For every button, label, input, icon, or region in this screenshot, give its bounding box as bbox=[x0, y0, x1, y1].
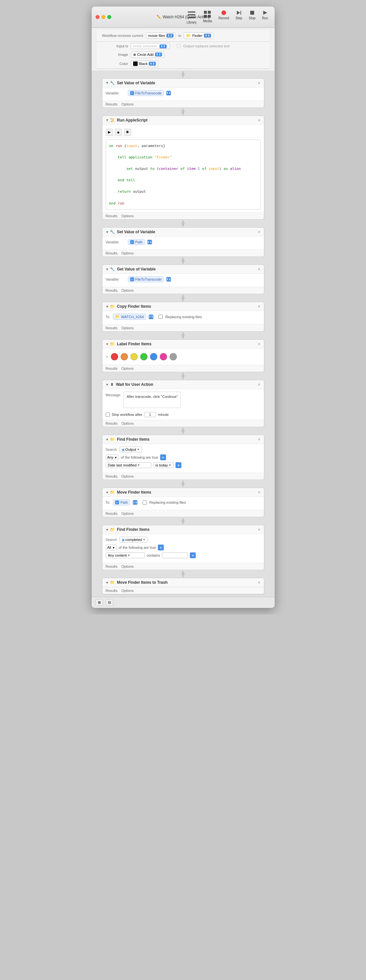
color-gray[interactable] bbox=[170, 353, 177, 360]
block10-add-row[interactable]: + bbox=[190, 552, 196, 558]
block9-path-dropdown[interactable]: ⬆⬇ bbox=[133, 500, 137, 505]
finder-select[interactable]: 📁 Finder ⬆⬇ bbox=[184, 32, 213, 39]
block9-options-tab[interactable]: Options bbox=[121, 512, 134, 515]
block5-folder-dropdown[interactable]: ⬆⬇ bbox=[149, 315, 153, 319]
block4-icon: 🔧 bbox=[110, 267, 115, 272]
block11-chevron[interactable]: ▼ bbox=[106, 581, 109, 584]
color-yellow[interactable] bbox=[130, 353, 138, 360]
block9-replacing-checkbox[interactable] bbox=[143, 500, 147, 505]
block6-chevron[interactable]: ▼ bbox=[106, 342, 109, 346]
block1-var-dropdown[interactable]: ⬆⬇ bbox=[166, 91, 171, 95]
image-select[interactable]: ⊕ Circle Add ⬆⬇ bbox=[131, 52, 165, 58]
input-is-field[interactable]: entire selection ⬆⬇ bbox=[131, 43, 170, 49]
block7-close[interactable]: × bbox=[258, 382, 260, 387]
block6-options-tab[interactable]: Options bbox=[121, 366, 134, 371]
block4-close[interactable]: × bbox=[258, 267, 260, 272]
color-blue[interactable] bbox=[150, 353, 157, 360]
block7-message-area[interactable]: After transcode, click "Continue" bbox=[124, 392, 181, 408]
block7-results-tab[interactable]: Results bbox=[106, 422, 118, 425]
block1-variable-chip[interactable]: V FileToTranscode bbox=[128, 90, 164, 96]
block9-chevron[interactable]: ▼ bbox=[106, 491, 109, 494]
block8-chevron[interactable]: ▼ bbox=[106, 438, 109, 441]
remove-action-btn[interactable]: ⊟ bbox=[106, 599, 113, 606]
step-button[interactable]: Step bbox=[233, 9, 245, 25]
color-select[interactable]: Black ⬆⬇ bbox=[131, 60, 158, 67]
block4-chevron[interactable]: ▼ bbox=[106, 267, 109, 271]
block11-close[interactable]: × bbox=[258, 580, 260, 585]
block10-chevron[interactable]: ▼ bbox=[106, 528, 109, 531]
as-run-btn[interactable]: ▶ bbox=[106, 129, 113, 136]
block10-results-tab[interactable]: Results bbox=[106, 565, 118, 568]
block8-close[interactable]: × bbox=[258, 437, 260, 442]
block5-results-tab[interactable]: Results bbox=[106, 326, 118, 330]
block8-condition-value[interactable]: is today ▼ bbox=[153, 462, 174, 468]
block8-add-row[interactable]: + bbox=[176, 462, 181, 468]
block3-results-tab[interactable]: Results bbox=[106, 251, 118, 255]
block8-search-select[interactable]: ▣ Output ▼ bbox=[119, 447, 142, 452]
block10-condition-field[interactable]: Any content ▼ bbox=[106, 552, 145, 558]
block5-chevron[interactable]: ▼ bbox=[106, 305, 109, 309]
close-button[interactable] bbox=[95, 15, 100, 19]
maximize-button[interactable] bbox=[107, 15, 111, 19]
as-compile-btn[interactable]: ✱ bbox=[124, 129, 131, 136]
block1-options-tab[interactable]: Options bbox=[121, 102, 134, 106]
block3-options-tab[interactable]: Options bbox=[121, 251, 134, 255]
block10-search-select[interactable]: ▣ completed ▼ bbox=[119, 537, 148, 542]
block8-options-tab[interactable]: Options bbox=[121, 474, 134, 478]
block2-results-tab[interactable]: Results bbox=[106, 214, 118, 218]
block10-add-condition[interactable]: + bbox=[158, 544, 164, 550]
block3-var-dropdown[interactable]: ⬆⬇ bbox=[147, 240, 152, 244]
block6-results-tab[interactable]: Results bbox=[106, 366, 118, 371]
block8-add-condition[interactable]: + bbox=[160, 454, 166, 460]
block6-close[interactable]: × bbox=[258, 342, 260, 346]
input-is-label: Input is bbox=[102, 44, 128, 48]
block7-options-tab[interactable]: Options bbox=[121, 422, 134, 425]
block2-options-tab[interactable]: Options bbox=[121, 214, 134, 218]
record-button[interactable]: Record bbox=[216, 9, 231, 25]
no-color-option[interactable]: × bbox=[106, 354, 108, 360]
block5-replacing-checkbox[interactable] bbox=[158, 315, 163, 319]
add-action-btn[interactable]: ⊞ bbox=[95, 599, 103, 606]
block2-close[interactable]: × bbox=[258, 118, 260, 123]
color-orange[interactable] bbox=[121, 353, 128, 360]
block7-chevron[interactable]: ▼ bbox=[106, 383, 109, 387]
block4-var-dropdown[interactable]: ⬆⬇ bbox=[166, 277, 171, 282]
color-green[interactable] bbox=[140, 353, 147, 360]
output-replaces-checkbox[interactable] bbox=[176, 44, 181, 48]
block10-condition-value-field[interactable] bbox=[162, 552, 188, 558]
color-red[interactable] bbox=[111, 353, 118, 360]
as-stop-btn[interactable]: ■ bbox=[115, 129, 122, 136]
block11-results-tab[interactable]: Results bbox=[106, 589, 118, 593]
minimize-button[interactable] bbox=[101, 15, 105, 19]
block4-options-tab[interactable]: Options bbox=[121, 288, 134, 293]
block4-variable-chip[interactable]: V FileToTranscode bbox=[128, 276, 164, 282]
block1-close[interactable]: × bbox=[258, 81, 260, 85]
block5-options-tab[interactable]: Options bbox=[121, 326, 134, 330]
block7-stop-checkbox[interactable] bbox=[106, 412, 110, 417]
block10-all-select[interactable]: All ▼ bbox=[106, 544, 117, 550]
block9-results-tab[interactable]: Results bbox=[106, 512, 118, 515]
block9-close[interactable]: × bbox=[258, 490, 260, 495]
block5-folder-chip[interactable]: 📁 WATCH_h264 bbox=[113, 313, 146, 320]
block8-results-tab[interactable]: Results bbox=[106, 474, 118, 478]
block11-options-tab[interactable]: Options bbox=[121, 589, 134, 593]
block1-results-tab[interactable]: Results bbox=[106, 102, 118, 106]
block1-chevron[interactable]: ▼ bbox=[106, 81, 109, 84]
block7-stop-value[interactable]: 1 bbox=[144, 412, 156, 417]
stop-button[interactable]: Stop bbox=[246, 9, 258, 25]
block10-options-tab[interactable]: Options bbox=[121, 565, 134, 568]
block8-any-select[interactable]: Any ▼ bbox=[106, 454, 119, 460]
code-editor[interactable]: on run {input, parameters} tell applicat… bbox=[106, 140, 261, 210]
block4-results-tab[interactable]: Results bbox=[106, 288, 118, 293]
block8-condition-field[interactable]: Date last modified ▼ bbox=[106, 462, 151, 468]
color-pink[interactable] bbox=[160, 353, 167, 360]
movie-files-select[interactable]: movie files ⬆⬇ bbox=[146, 33, 176, 38]
block3-close[interactable]: × bbox=[258, 230, 260, 234]
block5-close[interactable]: × bbox=[258, 304, 260, 309]
block10-close[interactable]: × bbox=[258, 527, 260, 532]
block2-chevron[interactable]: ▼ bbox=[106, 118, 109, 122]
block3-chevron[interactable]: ▼ bbox=[106, 230, 109, 234]
block9-path-chip[interactable]: V Path bbox=[113, 500, 130, 505]
block3-variable-chip[interactable]: V Path bbox=[128, 239, 145, 245]
run-button[interactable]: Run bbox=[259, 9, 271, 25]
